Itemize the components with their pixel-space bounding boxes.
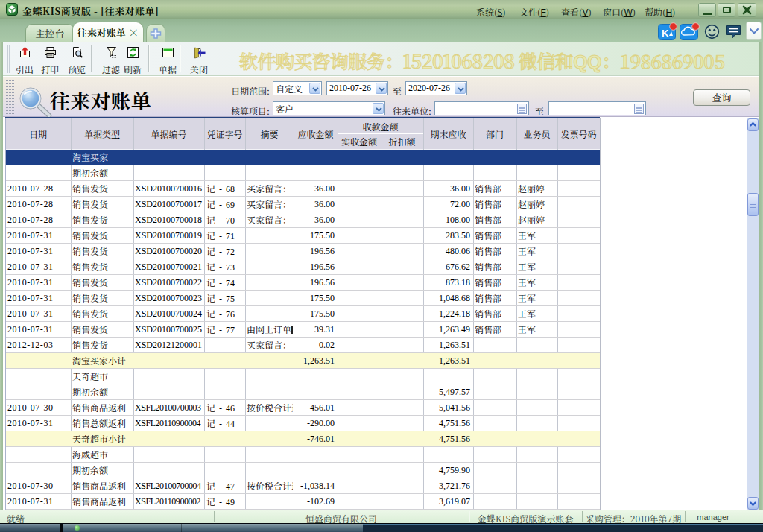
- svg-text:K: K: [662, 28, 669, 39]
